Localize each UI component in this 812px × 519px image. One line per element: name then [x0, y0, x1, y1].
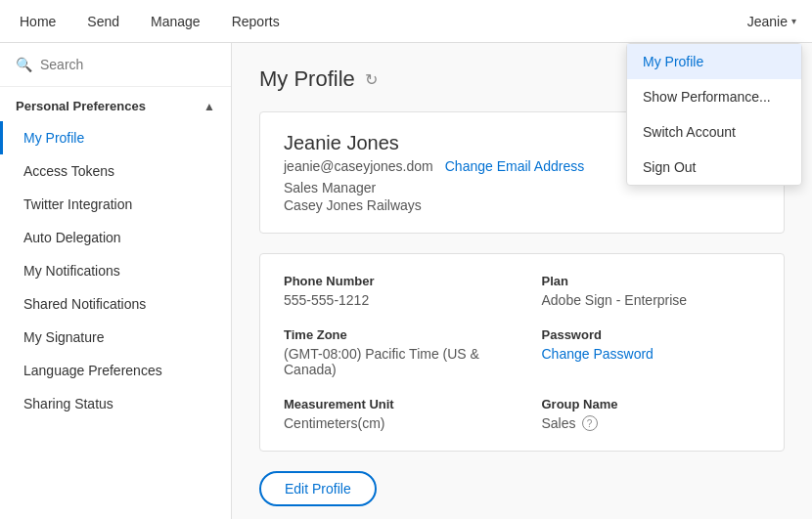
nav-reports[interactable]: Reports: [228, 2, 284, 41]
group-label: Group Name: [542, 397, 761, 411]
dropdown-show-performance-label: Show Performance...: [643, 89, 771, 105]
info-timezone: Time Zone (GMT-08:00) Pacific Time (US &…: [284, 327, 503, 377]
info-plan: Plan Adobe Sign - Enterprise: [542, 274, 761, 308]
user-name-label: Jeanie: [747, 14, 788, 29]
sidebar-item-twitter-integration[interactable]: Twitter Integration: [0, 188, 231, 221]
top-nav: Home Send Manage Reports Jeanie ▾ My Pro…: [0, 0, 812, 43]
timezone-label: Time Zone: [284, 327, 503, 342]
sidebar-item-auto-delegation[interactable]: Auto Delegation: [0, 221, 231, 254]
edit-btn-row: Edit Profile: [259, 471, 785, 506]
plan-label: Plan: [542, 274, 761, 288]
refresh-icon[interactable]: ↻: [365, 70, 378, 89]
search-box: 🔍: [0, 43, 231, 87]
info-password: Password Change Password: [542, 327, 761, 377]
info-measurement: Measurement Unit Centimeters(cm): [284, 397, 503, 431]
sidebar-item-shared-notifications[interactable]: Shared Notifications: [0, 287, 231, 321]
page-title: My Profile: [259, 66, 355, 92]
dropdown-my-profile[interactable]: My Profile: [627, 44, 801, 79]
sidebar: 🔍 Personal Preferences ▲ My Profile Acce…: [0, 43, 232, 519]
sidebar-item-my-signature[interactable]: My Signature: [0, 321, 231, 354]
info-phone: Phone Number 555-555-1212: [284, 274, 503, 308]
sidebar-nav: My Profile Access Tokens Twitter Integra…: [0, 117, 231, 428]
change-email-link[interactable]: Change Email Address: [445, 158, 584, 174]
sidebar-item-my-notifications[interactable]: My Notifications: [0, 254, 231, 287]
sidebar-item-language-preferences[interactable]: Language Preferences: [0, 354, 231, 387]
chevron-down-icon: ▾: [791, 16, 796, 26]
dropdown-sign-out[interactable]: Sign Out: [627, 150, 801, 185]
edit-profile-button[interactable]: Edit Profile: [259, 471, 377, 506]
sidebar-item-my-profile[interactable]: My Profile: [0, 121, 231, 154]
sidebar-item-sharing-status[interactable]: Sharing Status: [0, 387, 231, 420]
group-value-row: Sales ?: [542, 415, 761, 431]
group-tooltip-icon[interactable]: ?: [582, 415, 598, 431]
profile-company: Casey Jones Railways: [284, 197, 760, 213]
collapse-icon[interactable]: ▲: [203, 100, 215, 113]
nav-manage[interactable]: Manage: [147, 2, 204, 41]
info-group: Group Name Sales ?: [542, 397, 761, 431]
profile-email: jeanie@caseyjones.dom: [284, 158, 433, 174]
password-label: Password: [542, 327, 761, 342]
search-input[interactable]: [40, 57, 215, 72]
user-menu-trigger[interactable]: Jeanie ▾: [747, 14, 796, 29]
dropdown-switch-account[interactable]: Switch Account: [627, 114, 801, 150]
timezone-value: (GMT-08:00) Pacific Time (US & Canada): [284, 346, 503, 377]
dropdown-switch-account-label: Switch Account: [643, 124, 736, 140]
nav-items: Home Send Manage Reports: [16, 2, 747, 41]
dropdown-show-performance[interactable]: Show Performance...: [627, 79, 801, 114]
search-icon: 🔍: [16, 57, 32, 72]
nav-send[interactable]: Send: [83, 2, 123, 41]
plan-value: Adobe Sign - Enterprise: [542, 292, 761, 308]
sidebar-item-access-tokens[interactable]: Access Tokens: [0, 154, 231, 188]
sidebar-section-header: Personal Preferences ▲: [0, 87, 231, 117]
sidebar-section-label: Personal Preferences: [16, 99, 146, 113]
dropdown-sign-out-label: Sign Out: [643, 159, 696, 175]
info-grid: Phone Number 555-555-1212 Plan Adobe Sig…: [259, 253, 785, 452]
dropdown-my-profile-label: My Profile: [643, 54, 703, 69]
measurement-value: Centimeters(cm): [284, 415, 503, 431]
phone-label: Phone Number: [284, 274, 503, 288]
change-password-link[interactable]: Change Password: [542, 346, 654, 362]
nav-home[interactable]: Home: [16, 2, 60, 41]
measurement-label: Measurement Unit: [284, 397, 503, 411]
phone-value: 555-555-1212: [284, 292, 503, 308]
group-value: Sales: [542, 415, 576, 431]
user-dropdown-menu: My Profile Show Performance... Switch Ac…: [626, 43, 802, 186]
